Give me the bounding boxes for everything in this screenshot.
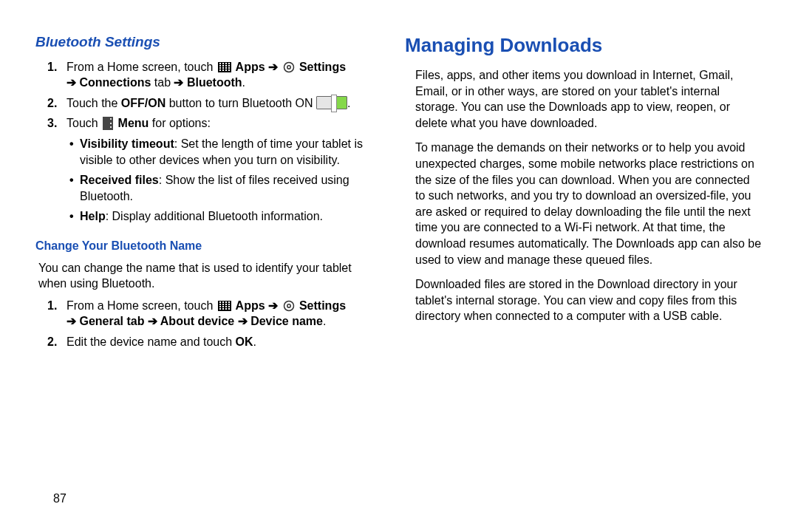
svg-point-3	[287, 304, 290, 307]
offon-label: OFF/ON	[121, 97, 166, 109]
arrow-icon: ➔	[238, 315, 250, 327]
text: From a Home screen, touch	[66, 299, 216, 312]
arrow-icon: ➔	[66, 315, 79, 327]
text: Touch the	[66, 97, 121, 109]
about-device-label: About device	[160, 315, 238, 327]
left-column: Bluetooth Settings 1. From a Home screen…	[35, 30, 399, 532]
text: Touch	[66, 117, 101, 129]
step-number: 2.	[47, 334, 57, 350]
change-bt-name-heading: Change Your Bluetooth Name	[35, 238, 381, 254]
change-name-steps: 1. From a Home screen, touch Apps ➔ Sett…	[35, 298, 381, 350]
paragraph: Downloaded files are stored in the Downl…	[405, 276, 763, 324]
step-3: 3. Touch Menu for options: Visibility ti…	[66, 115, 381, 225]
text: for options:	[149, 117, 211, 129]
menu-options-list: Visibility timeout: Set the length of ti…	[66, 136, 381, 225]
arrow-icon: ➔	[66, 76, 79, 89]
period: .	[242, 76, 245, 89]
period: .	[347, 97, 350, 109]
list-item: Visibility timeout: Set the length of ti…	[80, 136, 381, 168]
apps-label: Apps	[233, 299, 268, 312]
intro-text: You can change the name that is used to …	[35, 260, 381, 292]
toggle-on-icon	[316, 96, 347, 109]
overflow-menu-icon	[103, 117, 113, 130]
gear-icon	[283, 300, 295, 312]
option-body: : Display additional Bluetooth informati…	[106, 210, 323, 222]
manual-page: Bluetooth Settings 1. From a Home screen…	[0, 0, 798, 532]
step-2: 2. Edit the device name and touch OK.	[66, 334, 381, 350]
page-number: 87	[53, 492, 66, 505]
connections-label: Connections	[79, 76, 151, 89]
device-name-label: Device name	[250, 315, 323, 327]
step-number: 1.	[47, 59, 57, 75]
text: From a Home screen, touch	[66, 61, 216, 73]
step-1: 1. From a Home screen, touch Apps ➔ Sett…	[66, 298, 381, 330]
step-number: 1.	[47, 298, 57, 314]
menu-label: Menu	[115, 117, 149, 129]
right-column: Managing Downloads Files, apps, and othe…	[399, 30, 763, 532]
apps-label: Apps	[233, 61, 268, 73]
list-item: Received files: Show the list of files r…	[80, 172, 381, 204]
ok-label: OK	[236, 335, 253, 348]
svg-point-1	[287, 65, 290, 68]
paragraph: Files, apps, and other items you downloa…	[405, 67, 763, 131]
gear-icon	[283, 61, 295, 73]
step-2: 2. Touch the OFF/ON button to turn Bluet…	[66, 95, 381, 112]
period: .	[253, 335, 256, 348]
tab-word: tab	[151, 76, 174, 89]
settings-label: Settings	[296, 61, 347, 73]
svg-point-2	[284, 301, 293, 310]
option-title: Received files	[80, 174, 159, 186]
general-tab-label: General tab	[79, 315, 147, 327]
step-1: 1. From a Home screen, touch Apps ➔ Sett…	[66, 59, 381, 91]
option-title: Visibility timeout	[80, 137, 174, 150]
managing-downloads-heading: Managing Downloads	[405, 33, 763, 58]
bluetooth-label: Bluetooth	[187, 76, 242, 89]
text: Edit the device name and touch	[66, 335, 236, 348]
paragraph: To manage the demands on their networks …	[405, 140, 763, 267]
arrow-icon: ➔	[268, 61, 281, 73]
bluetooth-steps: 1. From a Home screen, touch Apps ➔ Sett…	[35, 59, 381, 225]
step-number: 2.	[47, 95, 57, 112]
arrow-icon: ➔	[148, 315, 160, 327]
settings-label: Settings	[296, 299, 347, 312]
arrow-icon: ➔	[268, 299, 281, 312]
arrow-icon: ➔	[174, 76, 186, 89]
step-number: 3.	[47, 115, 57, 132]
apps-icon	[218, 301, 231, 311]
svg-point-0	[284, 62, 293, 72]
bluetooth-settings-heading: Bluetooth Settings	[35, 33, 381, 52]
list-item: Help: Display additional Bluetooth infor…	[80, 208, 381, 225]
option-title: Help	[80, 210, 106, 222]
apps-icon	[218, 62, 231, 72]
text: button to turn Bluetooth ON	[166, 97, 316, 109]
period: .	[323, 315, 326, 327]
